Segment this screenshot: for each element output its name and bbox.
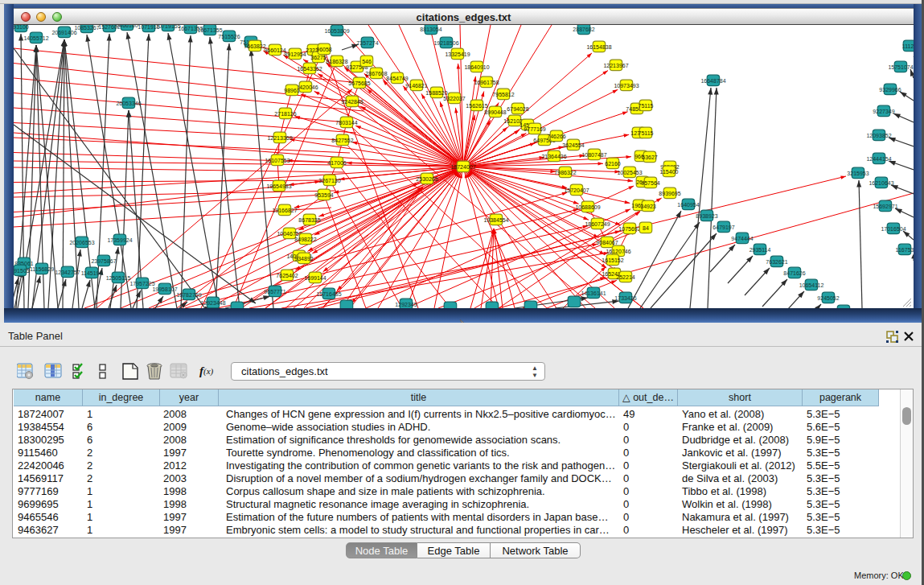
- svg-text:9084067: 9084067: [596, 240, 618, 245]
- svg-text:11156829: 11156829: [30, 266, 54, 272]
- svg-text:6794028: 6794028: [507, 106, 528, 112]
- svg-text:1145194: 1145194: [81, 270, 103, 276]
- svg-text:36275: 36275: [310, 55, 326, 60]
- svg-text:14136141: 14136141: [581, 290, 606, 296]
- svg-text:12923448: 12923448: [200, 300, 225, 306]
- svg-text:1615152: 1615152: [602, 257, 623, 263]
- svg-text:93100: 93100: [14, 25, 29, 30]
- svg-text:9242848: 9242848: [341, 99, 363, 105]
- svg-text:19384554: 19384554: [483, 217, 508, 223]
- svg-text:98961: 98961: [284, 88, 300, 93]
- svg-text:8813054: 8813054: [420, 27, 441, 32]
- svg-text:23975867: 23975867: [91, 258, 116, 264]
- svg-text:10654112: 10654112: [799, 282, 824, 288]
- svg-text:1292345: 1292345: [395, 302, 417, 307]
- svg-text:957564: 957564: [641, 180, 659, 186]
- svg-text:62160: 62160: [605, 161, 621, 167]
- svg-text:1075692: 1075692: [618, 226, 640, 232]
- svg-text:12505115: 12505115: [106, 275, 131, 281]
- svg-text:8498222: 8498222: [294, 237, 316, 242]
- svg-text:7632621: 7632621: [766, 259, 787, 265]
- svg-text:7986322: 7986322: [554, 170, 576, 175]
- svg-text:20206553: 20206553: [69, 240, 94, 245]
- svg-text:16671355: 16671355: [197, 27, 222, 33]
- svg-text:1733426: 1733426: [614, 295, 636, 301]
- svg-text:21364436: 21364436: [541, 154, 566, 159]
- svg-text:9245052: 9245052: [817, 295, 839, 301]
- svg-text:7803144: 7803144: [335, 120, 357, 126]
- svg-text:16210643: 16210643: [869, 180, 893, 186]
- svg-text:18724007: 18724007: [450, 164, 475, 170]
- svg-text:17957225: 17957225: [129, 281, 154, 286]
- svg-text:18607249: 18607249: [585, 221, 610, 227]
- svg-text:16120746: 16120746: [606, 249, 630, 254]
- svg-text:16543362: 16543362: [297, 66, 322, 72]
- svg-text:7625402: 7625402: [276, 273, 298, 278]
- svg-text:2530205: 2530205: [416, 176, 437, 182]
- svg-text:1588520: 1588520: [425, 90, 447, 96]
- svg-text:16154838: 16154838: [586, 44, 611, 50]
- svg-text:16648784: 16648784: [700, 78, 725, 84]
- svg-text:116753: 116753: [896, 247, 914, 253]
- svg-text:12213967: 12213967: [603, 63, 628, 68]
- svg-text:10853267: 10853267: [74, 25, 99, 31]
- svg-text:2867608: 2867608: [365, 71, 387, 76]
- svg-text:3624554: 3624554: [562, 142, 584, 148]
- svg-text:6479197: 6479197: [713, 225, 734, 230]
- svg-text:9146821: 9146821: [405, 83, 427, 89]
- svg-text:115400: 115400: [660, 169, 679, 175]
- svg-text:19958107: 19958107: [152, 286, 177, 292]
- svg-text:26053346: 26053346: [116, 101, 141, 106]
- svg-text:10807487: 10807487: [581, 152, 606, 158]
- svg-text:20691406: 20691406: [51, 30, 76, 35]
- svg-text:6466160: 6466160: [116, 25, 138, 28]
- svg-text:5322037: 5322037: [443, 96, 465, 101]
- svg-text:10688609: 10688609: [575, 204, 600, 210]
- svg-text:9474444: 9474444: [731, 236, 753, 241]
- svg-text:12444154: 12444154: [866, 156, 891, 162]
- svg-text:12342757: 12342757: [55, 270, 80, 275]
- svg-text:53627: 53627: [642, 154, 658, 160]
- svg-text:10973493: 10973493: [614, 83, 639, 89]
- svg-text:34923: 34923: [640, 204, 656, 209]
- svg-text:8990448: 8990448: [484, 109, 506, 115]
- svg-text:7955812: 7955812: [492, 92, 514, 97]
- svg-text:12093852: 12093852: [866, 133, 891, 138]
- svg-text:19218506: 19218506: [433, 40, 458, 46]
- svg-text:11124: 11124: [902, 43, 914, 49]
- svg-text:8678335: 8678335: [298, 217, 320, 223]
- svg-text:2718126: 2718126: [274, 111, 296, 117]
- svg-text:15720407: 15720407: [564, 187, 589, 193]
- svg-text:9660124: 9660124: [264, 47, 285, 53]
- svg-text:7515526: 7515526: [218, 34, 240, 39]
- svg-text:1640954: 1640954: [677, 202, 699, 208]
- svg-text:7357274: 7357274: [356, 40, 378, 46]
- svg-text:8912954: 8912954: [284, 51, 306, 57]
- svg-text:10046758: 10046758: [277, 231, 302, 237]
- svg-text:14055712: 14055712: [23, 35, 48, 41]
- svg-text:252214: 252214: [616, 274, 634, 280]
- svg-text:17359924: 17359924: [107, 237, 132, 243]
- svg-text:12213369: 12213369: [267, 135, 292, 141]
- svg-text:5675685: 5675685: [348, 80, 370, 86]
- svg-text:746266: 746266: [547, 134, 565, 139]
- svg-text:10719155: 10719155: [155, 25, 180, 29]
- svg-text:9329966: 9329966: [879, 87, 901, 93]
- svg-text:8454749: 8454749: [386, 76, 408, 81]
- svg-text:16961758: 16961758: [474, 80, 499, 85]
- svg-text:15751074: 15751074: [888, 64, 913, 70]
- svg-text:10025453: 10025453: [617, 170, 642, 175]
- svg-text:(x): (x): [203, 366, 214, 377]
- svg-text:17016504: 17016504: [881, 226, 906, 232]
- svg-text:8939695: 8939695: [659, 191, 680, 196]
- svg-text:3215953: 3215953: [847, 171, 869, 176]
- svg-text:19166827: 19166827: [272, 208, 297, 213]
- svg-text:15716485: 15716485: [316, 291, 341, 297]
- svg-text:3267130: 3267130: [318, 178, 340, 183]
- svg-text:8186328: 8186328: [326, 59, 347, 64]
- svg-text:15692971: 15692971: [873, 204, 897, 209]
- svg-text:8938923: 8938923: [696, 213, 717, 219]
- svg-text:94505: 94505: [836, 308, 852, 309]
- svg-text:13325419: 13325419: [445, 51, 470, 57]
- svg-text:8427552: 8427552: [331, 138, 353, 143]
